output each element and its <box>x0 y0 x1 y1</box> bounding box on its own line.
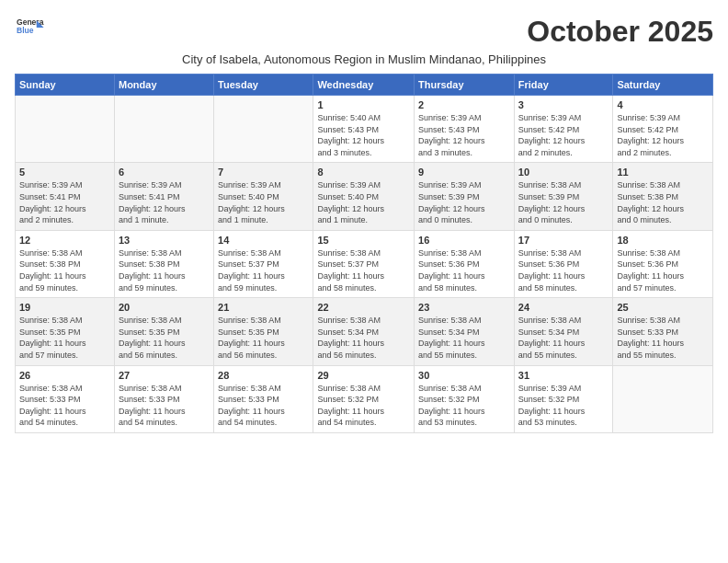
day-number: 12 <box>19 235 110 246</box>
day-number: 15 <box>317 235 410 246</box>
day-number: 30 <box>418 370 510 381</box>
day-number: 29 <box>317 370 410 381</box>
calendar-table: SundayMondayTuesdayWednesdayThursdayFrid… <box>15 74 713 433</box>
week-row-5: 26Sunrise: 5:38 AM Sunset: 5:33 PM Dayli… <box>16 365 713 432</box>
day-info: Sunrise: 5:38 AM Sunset: 5:36 PM Dayligh… <box>617 247 709 293</box>
day-number: 9 <box>418 167 510 178</box>
day-number: 17 <box>518 235 609 246</box>
day-cell: 30Sunrise: 5:38 AM Sunset: 5:32 PM Dayli… <box>415 365 515 432</box>
day-cell: 21Sunrise: 5:38 AM Sunset: 5:35 PM Dayli… <box>214 298 313 365</box>
day-number: 18 <box>617 235 709 246</box>
day-info: Sunrise: 5:38 AM Sunset: 5:35 PM Dayligh… <box>119 315 210 361</box>
day-cell: 3Sunrise: 5:39 AM Sunset: 5:42 PM Daylig… <box>514 96 613 163</box>
day-cell: 17Sunrise: 5:38 AM Sunset: 5:36 PM Dayli… <box>514 230 613 297</box>
day-number: 21 <box>218 302 309 313</box>
day-cell: 27Sunrise: 5:38 AM Sunset: 5:33 PM Dayli… <box>114 365 213 432</box>
day-info: Sunrise: 5:39 AM Sunset: 5:42 PM Dayligh… <box>518 112 609 158</box>
day-number: 20 <box>119 302 210 313</box>
subtitle: City of Isabela, Autonomous Region in Mu… <box>15 52 713 66</box>
day-number: 25 <box>617 302 709 313</box>
day-number: 4 <box>617 99 709 110</box>
day-cell: 18Sunrise: 5:38 AM Sunset: 5:36 PM Dayli… <box>613 230 713 297</box>
day-info: Sunrise: 5:39 AM Sunset: 5:41 PM Dayligh… <box>119 179 210 225</box>
day-cell: 1Sunrise: 5:40 AM Sunset: 5:43 PM Daylig… <box>313 96 415 163</box>
day-info: Sunrise: 5:39 AM Sunset: 5:41 PM Dayligh… <box>19 179 110 225</box>
day-cell: 22Sunrise: 5:38 AM Sunset: 5:34 PM Dayli… <box>313 298 415 365</box>
day-number: 3 <box>518 99 609 110</box>
day-cell: 20Sunrise: 5:38 AM Sunset: 5:35 PM Dayli… <box>114 298 213 365</box>
day-info: Sunrise: 5:39 AM Sunset: 5:42 PM Dayligh… <box>617 112 709 158</box>
day-cell: 12Sunrise: 5:38 AM Sunset: 5:38 PM Dayli… <box>16 230 115 297</box>
day-info: Sunrise: 5:39 AM Sunset: 5:39 PM Dayligh… <box>418 179 510 225</box>
day-info: Sunrise: 5:38 AM Sunset: 5:33 PM Dayligh… <box>218 383 309 429</box>
day-info: Sunrise: 5:39 AM Sunset: 5:40 PM Dayligh… <box>317 179 410 225</box>
day-number: 28 <box>218 370 309 381</box>
day-number: 11 <box>617 167 709 178</box>
day-info: Sunrise: 5:38 AM Sunset: 5:35 PM Dayligh… <box>19 315 110 361</box>
day-info: Sunrise: 5:38 AM Sunset: 5:38 PM Dayligh… <box>617 179 709 225</box>
day-number: 26 <box>19 370 110 381</box>
day-number: 19 <box>19 302 110 313</box>
day-cell: 6Sunrise: 5:39 AM Sunset: 5:41 PM Daylig… <box>114 163 213 230</box>
day-number: 10 <box>518 167 609 178</box>
day-cell: 2Sunrise: 5:39 AM Sunset: 5:43 PM Daylig… <box>415 96 515 163</box>
day-cell: 13Sunrise: 5:38 AM Sunset: 5:38 PM Dayli… <box>114 230 213 297</box>
day-info: Sunrise: 5:38 AM Sunset: 5:33 PM Dayligh… <box>119 383 210 429</box>
day-info: Sunrise: 5:38 AM Sunset: 5:34 PM Dayligh… <box>518 315 609 361</box>
day-cell: 25Sunrise: 5:38 AM Sunset: 5:33 PM Dayli… <box>613 298 713 365</box>
day-cell: 4Sunrise: 5:39 AM Sunset: 5:42 PM Daylig… <box>613 96 713 163</box>
day-info: Sunrise: 5:38 AM Sunset: 5:34 PM Dayligh… <box>317 315 410 361</box>
header-tuesday: Tuesday <box>214 75 313 96</box>
day-number: 1 <box>317 99 410 110</box>
logo-icon: General Blue <box>15 15 44 40</box>
day-cell: 31Sunrise: 5:39 AM Sunset: 5:32 PM Dayli… <box>514 365 613 432</box>
week-row-1: 1Sunrise: 5:40 AM Sunset: 5:43 PM Daylig… <box>16 96 713 163</box>
day-info: Sunrise: 5:38 AM Sunset: 5:36 PM Dayligh… <box>418 247 510 293</box>
day-number: 23 <box>418 302 510 313</box>
day-cell: 8Sunrise: 5:39 AM Sunset: 5:40 PM Daylig… <box>313 163 415 230</box>
day-cell: 16Sunrise: 5:38 AM Sunset: 5:36 PM Dayli… <box>415 230 515 297</box>
week-row-4: 19Sunrise: 5:38 AM Sunset: 5:35 PM Dayli… <box>16 298 713 365</box>
day-number: 31 <box>518 370 609 381</box>
header-wednesday: Wednesday <box>313 75 415 96</box>
header-sunday: Sunday <box>16 75 115 96</box>
day-info: Sunrise: 5:38 AM Sunset: 5:33 PM Dayligh… <box>19 383 110 429</box>
day-info: Sunrise: 5:38 AM Sunset: 5:34 PM Dayligh… <box>418 315 510 361</box>
svg-text:Blue: Blue <box>17 26 34 35</box>
day-info: Sunrise: 5:38 AM Sunset: 5:36 PM Dayligh… <box>518 247 609 293</box>
day-cell <box>613 365 713 432</box>
day-info: Sunrise: 5:38 AM Sunset: 5:38 PM Dayligh… <box>119 247 210 293</box>
day-info: Sunrise: 5:40 AM Sunset: 5:43 PM Dayligh… <box>317 112 410 158</box>
day-cell: 11Sunrise: 5:38 AM Sunset: 5:38 PM Dayli… <box>613 163 713 230</box>
day-number: 16 <box>418 235 510 246</box>
month-title: October 2025 <box>527 15 713 49</box>
day-info: Sunrise: 5:38 AM Sunset: 5:32 PM Dayligh… <box>317 383 410 429</box>
day-cell <box>114 96 213 163</box>
day-cell: 23Sunrise: 5:38 AM Sunset: 5:34 PM Dayli… <box>415 298 515 365</box>
day-number: 6 <box>119 167 210 178</box>
day-number: 24 <box>518 302 609 313</box>
day-number: 27 <box>119 370 210 381</box>
day-info: Sunrise: 5:39 AM Sunset: 5:40 PM Dayligh… <box>218 179 309 225</box>
day-cell: 5Sunrise: 5:39 AM Sunset: 5:41 PM Daylig… <box>16 163 115 230</box>
day-cell: 28Sunrise: 5:38 AM Sunset: 5:33 PM Dayli… <box>214 365 313 432</box>
header-thursday: Thursday <box>415 75 515 96</box>
day-info: Sunrise: 5:38 AM Sunset: 5:32 PM Dayligh… <box>418 383 510 429</box>
day-number: 5 <box>19 167 110 178</box>
day-cell: 26Sunrise: 5:38 AM Sunset: 5:33 PM Dayli… <box>16 365 115 432</box>
day-cell: 24Sunrise: 5:38 AM Sunset: 5:34 PM Dayli… <box>514 298 613 365</box>
day-cell: 15Sunrise: 5:38 AM Sunset: 5:37 PM Dayli… <box>313 230 415 297</box>
day-cell: 7Sunrise: 5:39 AM Sunset: 5:40 PM Daylig… <box>214 163 313 230</box>
week-row-2: 5Sunrise: 5:39 AM Sunset: 5:41 PM Daylig… <box>16 163 713 230</box>
day-info: Sunrise: 5:38 AM Sunset: 5:35 PM Dayligh… <box>218 315 309 361</box>
day-number: 7 <box>218 167 309 178</box>
day-number: 2 <box>418 99 510 110</box>
day-cell: 9Sunrise: 5:39 AM Sunset: 5:39 PM Daylig… <box>415 163 515 230</box>
header-monday: Monday <box>114 75 213 96</box>
day-info: Sunrise: 5:39 AM Sunset: 5:32 PM Dayligh… <box>518 383 609 429</box>
day-info: Sunrise: 5:38 AM Sunset: 5:33 PM Dayligh… <box>617 315 709 361</box>
day-info: Sunrise: 5:38 AM Sunset: 5:37 PM Dayligh… <box>218 247 309 293</box>
logo: General Blue <box>15 15 44 40</box>
day-cell: 19Sunrise: 5:38 AM Sunset: 5:35 PM Dayli… <box>16 298 115 365</box>
day-cell: 29Sunrise: 5:38 AM Sunset: 5:32 PM Dayli… <box>313 365 415 432</box>
